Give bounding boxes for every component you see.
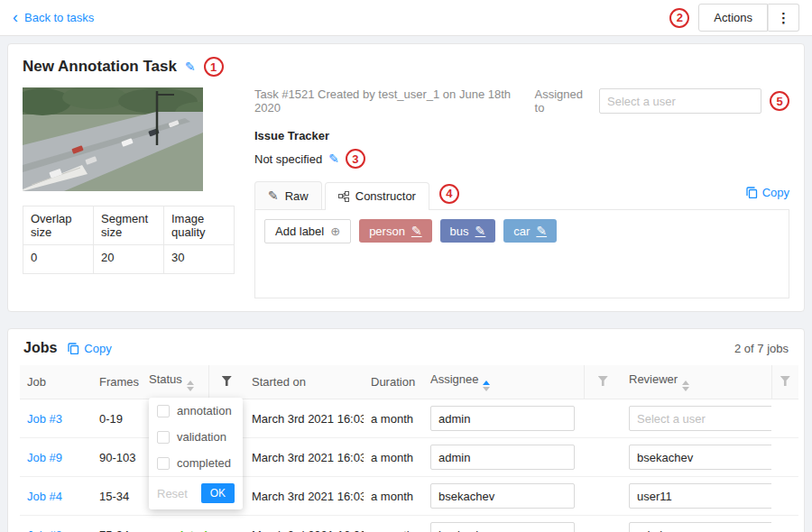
reviewer-input[interactable] — [629, 483, 771, 509]
filter-ok-button[interactable]: OK — [201, 483, 235, 503]
actions-menu-button[interactable]: ⋮ — [768, 4, 799, 32]
constructor-icon — [338, 191, 349, 202]
filter-option-annotation[interactable]: annotation — [149, 398, 243, 424]
frames-cell: 0-19 — [92, 399, 142, 438]
edit-issue-tracker-icon[interactable]: ✎ — [328, 151, 339, 166]
frames-cell: 75-94 — [92, 516, 142, 532]
assigned-to-label: Assigned to — [535, 87, 591, 115]
label-chip-bus[interactable]: bus ✎ — [440, 219, 496, 243]
table-row: Job #8 75-94 completed ? March 3rd 2021 … — [20, 516, 798, 532]
job-link[interactable]: Job #4 — [27, 490, 62, 503]
tab-constructor[interactable]: Constructor — [325, 182, 429, 210]
copy-labels-link[interactable]: Copy — [746, 186, 789, 206]
col-started: Started on — [245, 365, 364, 399]
status-cell: completed ? — [149, 528, 208, 532]
copy-jobs-label: Copy — [84, 342, 111, 355]
reviewer-input[interactable] — [629, 445, 771, 470]
reviewer-sort-carets[interactable] — [682, 381, 689, 391]
duration-cell: a month — [364, 438, 423, 477]
jobs-table: Job Frames Status Started on Duration As… — [20, 365, 798, 532]
started-cell: March 3rd 2021 16:03 — [245, 516, 364, 532]
actions-button[interactable]: Actions — [698, 4, 768, 32]
filter-funnel-icon[interactable] — [780, 376, 790, 386]
task-parameters-table: Overlap size Segment size Image quality … — [23, 206, 235, 274]
annotation-circle-3: 3 — [346, 149, 365, 169]
pencil-icon: ✎ — [268, 188, 279, 203]
annotation-circle-1: 1 — [204, 57, 224, 77]
top-bar: ‹ Back to tasks 2 Actions ⋮ — [0, 0, 812, 36]
label-chip-bus-name: bus — [450, 225, 469, 238]
filter-reset-button[interactable]: Reset — [157, 487, 188, 500]
label-chip-person[interactable]: person ✎ — [359, 219, 431, 243]
status-sort-carets[interactable] — [187, 381, 194, 391]
chevron-left-icon: ‹ — [13, 9, 18, 25]
assignee-sort-carets[interactable] — [483, 381, 490, 391]
task-details-card: New Annotation Task ✎ 1 — [7, 43, 805, 312]
filter-funnel-icon[interactable] — [598, 376, 608, 386]
jobs-count: 2 of 7 jobs — [734, 342, 789, 355]
tab-constructor-label: Constructor — [355, 189, 416, 203]
jobs-header-row: Job Frames Status Started on Duration As… — [20, 365, 798, 399]
jobs-title: Jobs — [23, 340, 57, 356]
label-chip-person-name: person — [369, 225, 405, 238]
filter-option-completed[interactable]: completed — [149, 450, 243, 476]
back-to-tasks-link[interactable]: ‹ Back to tasks — [13, 11, 94, 25]
segment-size-header: Segment size — [94, 206, 164, 245]
jobs-card: Jobs Copy 2 of 7 jobs Job Frames Status … — [7, 328, 805, 532]
started-cell: March 3rd 2021 16:03 — [245, 438, 364, 477]
reviewer-filter-trigger[interactable] — [771, 365, 798, 399]
overlap-size-header: Overlap size — [23, 206, 94, 245]
segment-size-value: 20 — [94, 245, 164, 274]
annotation-circle-2: 2 — [669, 8, 689, 28]
checkbox-icon[interactable] — [157, 431, 170, 444]
add-label-text: Add label — [275, 225, 324, 238]
plus-circle-icon: ⊕ — [330, 225, 340, 238]
filter-option-label: completed — [177, 456, 231, 470]
copy-labels-label: Copy — [762, 186, 789, 199]
issue-tracker-value: Not specified — [254, 152, 322, 166]
checkbox-icon[interactable] — [157, 457, 170, 470]
image-quality-header: Image quality — [164, 206, 235, 245]
status-filter-trigger[interactable] — [208, 365, 245, 399]
copy-icon — [746, 187, 758, 198]
task-assignee-input[interactable] — [599, 88, 761, 114]
add-label-button[interactable]: Add label ⊕ — [264, 219, 351, 243]
filter-option-validation[interactable]: validation — [149, 424, 243, 450]
image-quality-value: 30 — [164, 245, 235, 274]
duration-cell: a month — [364, 477, 423, 516]
edit-label-icon[interactable]: ✎ — [411, 224, 422, 238]
tab-raw[interactable]: ✎ Raw — [254, 181, 322, 209]
table-row: Job #4 15-34 March 3rd 2021 16:03 a mont… — [20, 477, 798, 516]
assignee-filter-trigger[interactable] — [584, 365, 622, 399]
filter-option-label: annotation — [177, 404, 232, 417]
edit-label-icon[interactable]: ✎ — [475, 224, 486, 238]
frames-cell: 90-103 — [92, 438, 142, 477]
col-status[interactable]: Status — [142, 365, 208, 399]
back-to-tasks-label: Back to tasks — [24, 11, 94, 24]
filter-option-label: validation — [177, 430, 226, 444]
assignee-input[interactable] — [430, 522, 575, 532]
label-chip-car[interactable]: car ✎ — [503, 219, 557, 243]
job-link[interactable]: Job #8 — [27, 528, 62, 532]
edit-task-name-icon[interactable]: ✎ — [185, 60, 196, 74]
job-link[interactable]: Job #3 — [27, 412, 62, 426]
col-duration: Duration — [364, 365, 423, 399]
col-job: Job — [20, 365, 92, 399]
col-reviewer[interactable]: Reviewer — [622, 365, 771, 399]
copy-jobs-link[interactable]: Copy — [68, 342, 111, 355]
col-assignee[interactable]: Assignee — [423, 365, 584, 399]
checkbox-icon[interactable] — [157, 405, 170, 417]
assignee-input[interactable] — [430, 445, 575, 470]
labels-tab-bar: ✎ Raw Constructor 4 — [254, 181, 789, 210]
reviewer-input[interactable] — [629, 406, 771, 431]
filter-funnel-icon[interactable] — [222, 376, 232, 386]
job-link[interactable]: Job #9 — [27, 451, 62, 464]
task-title: New Annotation Task — [23, 58, 177, 76]
copy-icon — [68, 343, 79, 354]
reviewer-input[interactable] — [629, 522, 771, 532]
annotation-circle-5: 5 — [770, 91, 789, 111]
assignee-input[interactable] — [430, 483, 575, 509]
issue-tracker-label: Issue Tracker — [254, 129, 789, 142]
assignee-input[interactable] — [430, 406, 575, 431]
edit-label-icon[interactable]: ✎ — [536, 224, 547, 238]
